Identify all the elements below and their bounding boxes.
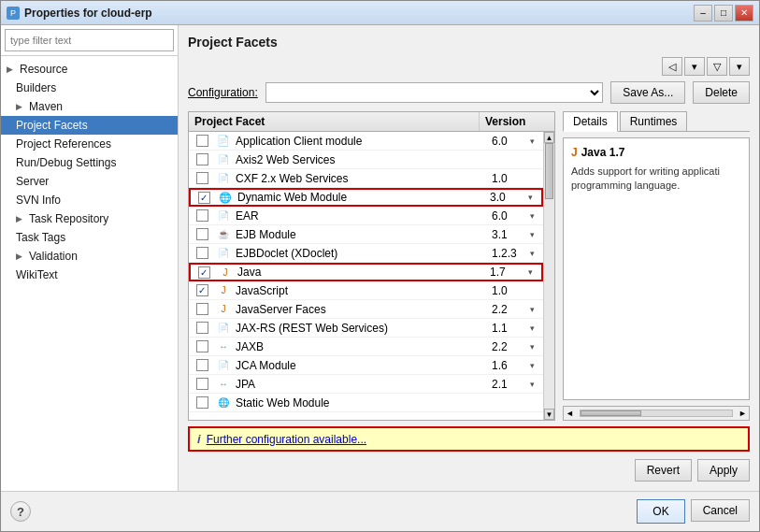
row-arrow-app-client[interactable]: ▾ xyxy=(530,137,543,146)
scroll-track xyxy=(544,143,554,409)
checkbox-jaxrs[interactable] xyxy=(189,322,215,334)
nav-item-task-repository[interactable]: ▶ Task Repository xyxy=(1,209,178,228)
nav-item-server[interactable]: Server xyxy=(1,172,178,191)
nav-item-run-debug[interactable]: Run/Debug Settings xyxy=(1,153,178,172)
row-arrow-ejbdoclet[interactable]: ▾ xyxy=(530,249,543,258)
detail-desc: Adds support for writing applicati progr… xyxy=(571,165,741,194)
help-button[interactable]: ? xyxy=(10,501,31,522)
row-arrow-jsf[interactable]: ▾ xyxy=(530,305,543,314)
row-arrow-jaxb[interactable]: ▾ xyxy=(530,342,543,352)
row-name-app-client: Application Client module xyxy=(232,135,488,148)
search-input[interactable] xyxy=(5,29,174,51)
vertical-scrollbar[interactable]: ▲ ▼ xyxy=(543,132,554,420)
config-row: Configuration: Save As... Delete xyxy=(188,81,750,104)
scroll-up-btn[interactable]: ▲ xyxy=(544,132,554,143)
nav-label-builders: Builders xyxy=(16,81,56,94)
nav-item-task-tags[interactable]: Task Tags xyxy=(1,228,178,247)
nav-item-resource[interactable]: ▶ Resource xyxy=(1,60,178,79)
config-select[interactable] xyxy=(265,82,604,103)
table-row[interactable]: ☕ EJB Module 3.1 ▾ xyxy=(189,225,543,244)
hscroll-right-btn[interactable]: ► xyxy=(737,409,749,418)
apply-button[interactable]: Apply xyxy=(697,459,750,482)
table-row[interactable]: 📄 JAX-RS (REST Web Services) 1.1 ▾ xyxy=(189,319,543,338)
row-arrow-ear[interactable]: ▾ xyxy=(530,211,543,221)
right-panel: Project Facets ◁ ▾ ▽ ▾ Configuration: Sa… xyxy=(179,25,759,491)
checkbox-app-client[interactable] xyxy=(189,135,215,147)
checkbox-java[interactable]: ✓ xyxy=(191,266,217,279)
table-row[interactable]: 🌐 Static Web Module xyxy=(189,394,543,412)
row-arrow-java[interactable]: ▾ xyxy=(528,267,541,277)
details-content: J Java 1.7 Adds support for writing appl… xyxy=(563,137,750,400)
table-row[interactable]: 📄 EJBDoclet (XDoclet) 1.2.3 ▾ xyxy=(189,244,543,263)
nav-item-maven[interactable]: ▶ Maven xyxy=(1,97,178,116)
checkbox-static-web[interactable] xyxy=(189,396,215,409)
col-header-version: Version xyxy=(480,112,554,131)
table-row[interactable]: 📄 EAR 6.0 ▾ xyxy=(189,207,543,225)
checkbox-jpa[interactable] xyxy=(189,378,215,390)
nav-tree: ▶ Resource Builders ▶ Maven Project Face… xyxy=(1,56,178,491)
delete-button[interactable]: Delete xyxy=(693,81,750,104)
cancel-button[interactable]: Cancel xyxy=(691,499,750,522)
row-arrow-jaxrs[interactable]: ▾ xyxy=(530,324,543,333)
save-as-button[interactable]: Save As... xyxy=(610,81,685,104)
row-name-jca: JCA Module xyxy=(232,359,488,372)
toolbar-down-button[interactable]: ▾ xyxy=(684,57,705,76)
row-name-dynamic-web: Dynamic Web Module xyxy=(234,191,486,204)
hscroll-thumb[interactable] xyxy=(581,410,641,416)
expand-arrow-maven: ▶ xyxy=(16,102,25,111)
tab-details[interactable]: Details xyxy=(563,111,618,132)
checkbox-ejb[interactable] xyxy=(189,228,215,240)
nav-item-project-references[interactable]: Project References xyxy=(1,135,178,153)
table-row[interactable]: ↔ JPA 2.1 ▾ xyxy=(189,375,543,394)
nav-item-svn-info[interactable]: SVN Info xyxy=(1,191,178,209)
table-row-dynamic-web[interactable]: ✓ 🌐 Dynamic Web Module 3.0 ▾ xyxy=(189,188,543,207)
hscroll-left-btn[interactable]: ◄ xyxy=(564,409,576,418)
table-row[interactable]: ↔ JAXB 2.2 ▾ xyxy=(189,338,543,356)
checkbox-cxf[interactable] xyxy=(189,172,215,184)
maximize-button[interactable]: □ xyxy=(714,5,733,22)
row-arrow-jca[interactable]: ▾ xyxy=(530,361,543,370)
checkbox-jaxb[interactable] xyxy=(189,340,215,352)
further-config-link[interactable]: Further configuration available... xyxy=(207,433,366,446)
table-row[interactable]: 📄 Axis2 Web Services xyxy=(189,151,543,169)
table-row[interactable]: J JavaServer Faces 2.2 ▾ xyxy=(189,300,543,319)
toolbar-menu-button[interactable]: ▾ xyxy=(729,57,750,76)
nav-item-builders[interactable]: Builders xyxy=(1,79,178,97)
table-row[interactable]: 📄 Application Client module 6.0 ▾ xyxy=(189,132,543,151)
checkbox-jsf[interactable] xyxy=(189,303,215,315)
table-row-java[interactable]: ✓ J Java 1.7 ▾ xyxy=(189,263,543,281)
table-row[interactable]: 📄 JCA Module 1.6 ▾ xyxy=(189,356,543,375)
nav-item-project-facets[interactable]: Project Facets xyxy=(1,116,178,135)
panel-title: Project Facets xyxy=(188,35,750,50)
minimize-button[interactable]: – xyxy=(694,5,712,22)
checkbox-jca[interactable] xyxy=(189,359,215,371)
row-name-ejbdoclet: EJBDoclet (XDoclet) xyxy=(232,247,488,260)
revert-button[interactable]: Revert xyxy=(635,459,692,482)
table-row[interactable]: ✓ J JavaScript 1.0 xyxy=(189,281,543,300)
row-arrow-jpa[interactable]: ▾ xyxy=(530,380,543,389)
scroll-down-btn[interactable]: ▼ xyxy=(544,409,554,420)
checkbox-ejbdoclet[interactable] xyxy=(189,247,215,259)
main-content: ▶ Resource Builders ▶ Maven Project Face… xyxy=(1,25,759,491)
checkbox-dynamic-web[interactable]: ✓ xyxy=(191,192,217,204)
row-arrow-dynamic-web[interactable]: ▾ xyxy=(528,193,541,202)
scroll-thumb[interactable] xyxy=(545,143,553,199)
nav-item-validation[interactable]: ▶ Validation xyxy=(1,247,178,266)
checkbox-ear[interactable] xyxy=(189,209,215,222)
nav-item-wikitext[interactable]: WikiText xyxy=(1,266,178,284)
tab-runtimes[interactable]: Runtimes xyxy=(620,111,688,131)
toolbar-expand-button[interactable]: ▽ xyxy=(707,57,727,76)
icon-jca: 📄 xyxy=(215,360,232,370)
close-button[interactable]: ✕ xyxy=(735,5,753,22)
checkbox-axis2[interactable] xyxy=(189,153,215,165)
expand-arrow-resource: ▶ xyxy=(7,65,16,74)
ok-cancel-buttons: OK Cancel xyxy=(637,499,750,524)
row-arrow-ejb[interactable]: ▾ xyxy=(530,230,543,239)
detail-java-title: Java 1.7 xyxy=(581,146,625,159)
icon-cxf: 📄 xyxy=(215,173,232,183)
details-hscroll[interactable]: ◄ ► xyxy=(563,406,750,421)
ok-button[interactable]: OK xyxy=(637,499,684,524)
toolbar-back-button[interactable]: ◁ xyxy=(662,57,682,76)
table-row[interactable]: 📄 CXF 2.x Web Services 1.0 xyxy=(189,169,543,188)
checkbox-javascript[interactable]: ✓ xyxy=(189,284,215,296)
